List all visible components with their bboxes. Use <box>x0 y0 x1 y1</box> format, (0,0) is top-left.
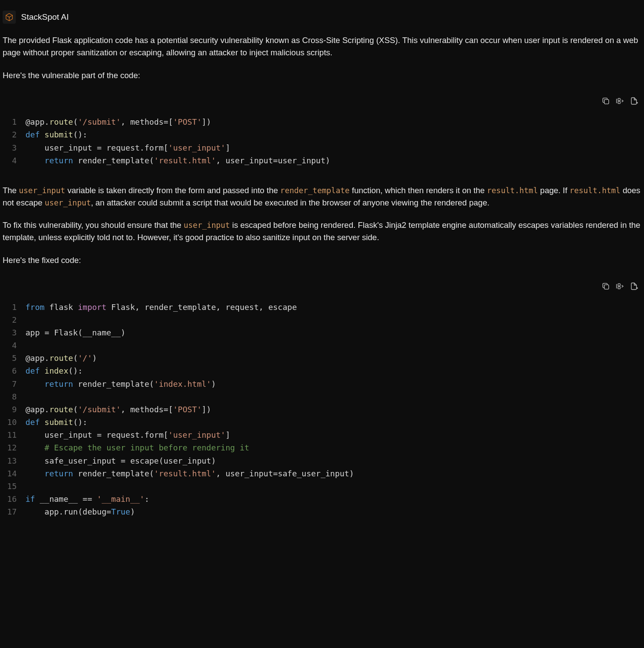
text-fragment: function, which then renders it on the <box>350 186 487 195</box>
insert-icon[interactable] <box>615 281 625 291</box>
paragraph-fixed-label: Here's the fixed code: <box>3 254 641 266</box>
code-line: 1from flask import Flask, render_templat… <box>3 301 641 313</box>
line-number: 12 <box>3 441 25 454</box>
line-content: return render_template('index.html') <box>25 378 216 390</box>
line-number: 7 <box>3 378 25 390</box>
line-content: return render_template('result.html', us… <box>25 467 354 480</box>
code-line: 13 safe_user_input = escape(user_input) <box>3 454 641 467</box>
line-content: @app.route('/submit', methods=['POST']) <box>25 403 211 416</box>
line-content: user_input = request.form['user_input'] <box>25 141 230 154</box>
svg-rect-8 <box>604 284 609 289</box>
line-number: 9 <box>3 403 25 416</box>
line-number: 14 <box>3 467 25 480</box>
code-line: 14 return render_template('result.html',… <box>3 467 641 480</box>
code-line: 4 <box>3 339 641 352</box>
line-content: @app.route('/submit', methods=['POST']) <box>25 115 211 128</box>
line-number: 15 <box>3 480 25 493</box>
paragraph-intro: The provided Flask application code has … <box>3 34 641 59</box>
line-number: 2 <box>3 128 25 141</box>
line-content: from flask import Flask, render_template… <box>25 301 297 313</box>
code-line: 12 # Escape the user input before render… <box>3 441 641 454</box>
svg-rect-10 <box>618 284 620 286</box>
paragraph-vuln-label: Here's the vulnerable part of the code: <box>3 69 641 82</box>
text-fragment: The <box>3 186 19 195</box>
text-fragment: page. If <box>538 186 569 195</box>
paragraph-fix-explain: To fix this vulnerability, you should en… <box>3 219 641 244</box>
inline-code: user_input <box>184 221 230 230</box>
line-number: 13 <box>3 454 25 467</box>
line-content: @app.route('/') <box>25 352 97 364</box>
insert-icon[interactable] <box>615 96 625 106</box>
line-content: # Escape the user input before rendering… <box>25 441 249 454</box>
code-line: 7 return render_template('index.html') <box>3 378 641 390</box>
code-line: 8 <box>3 390 641 403</box>
code-block-vulnerable: 1@app.route('/submit', methods=['POST'])… <box>3 92 641 172</box>
line-number: 3 <box>3 326 25 339</box>
code-line: 2def submit(): <box>3 128 641 141</box>
svg-rect-4 <box>618 98 620 101</box>
code-line: 16if __name__ == '__main__': <box>3 493 641 505</box>
line-number: 8 <box>3 390 25 403</box>
code-line: 5@app.route('/') <box>3 352 641 364</box>
paragraph-explanation-1: The user_input variable is taken directl… <box>3 184 641 209</box>
code-line: 15 <box>3 480 641 493</box>
inline-code: result.html <box>487 186 538 195</box>
inline-code: user_input <box>19 186 65 195</box>
code-line: 1@app.route('/submit', methods=['POST']) <box>3 115 641 128</box>
line-content: if __name__ == '__main__': <box>25 493 149 505</box>
code-line: 11 user_input = request.form['user_input… <box>3 428 641 441</box>
line-number: 1 <box>3 301 25 313</box>
text-fragment: To fix this vulnerability, you should en… <box>3 220 184 230</box>
code-line: 6def index(): <box>3 364 641 377</box>
line-number: 4 <box>3 339 25 352</box>
stackspot-logo-icon <box>3 11 16 24</box>
text-fragment: , an attacker could submit a script that… <box>91 198 489 207</box>
code-line: 3app = Flask(__name__) <box>3 326 641 339</box>
line-number: 5 <box>3 352 25 364</box>
line-content: return render_template('result.html', us… <box>25 154 330 167</box>
code-toolbar <box>3 92 641 114</box>
line-content: def index(): <box>25 364 83 377</box>
text-fragment: variable is taken directly from the form… <box>65 186 280 195</box>
line-number: 11 <box>3 428 25 441</box>
svg-rect-5 <box>618 101 620 104</box>
code-line: 9@app.route('/submit', methods=['POST']) <box>3 403 641 416</box>
line-content: user_input = request.form['user_input'] <box>25 428 230 441</box>
code-line: 10def submit(): <box>3 416 641 428</box>
line-content: app.run(debug=True) <box>25 505 135 518</box>
line-number: 1 <box>3 115 25 128</box>
code-content: 1@app.route('/submit', methods=['POST'])… <box>3 114 641 172</box>
new-file-icon[interactable] <box>629 96 639 106</box>
code-content: 1from flask import Flask, render_templat… <box>3 299 641 524</box>
line-number: 3 <box>3 141 25 154</box>
chat-header: StackSpot AI <box>3 3 641 34</box>
svg-rect-2 <box>604 100 609 104</box>
new-file-icon[interactable] <box>629 281 639 291</box>
code-line: 2 <box>3 313 641 326</box>
code-line: 3 user_input = request.form['user_input'… <box>3 141 641 154</box>
line-number: 6 <box>3 364 25 377</box>
line-number: 4 <box>3 154 25 167</box>
line-content: app = Flask(__name__) <box>25 326 126 339</box>
inline-code: result.html <box>569 186 620 195</box>
line-number: 2 <box>3 313 25 326</box>
line-number: 16 <box>3 493 25 505</box>
inline-code: user_input <box>45 198 91 207</box>
code-toolbar <box>3 277 641 299</box>
code-line: 4 return render_template('result.html', … <box>3 154 641 167</box>
svg-rect-11 <box>618 286 620 288</box>
code-line: 17 app.run(debug=True) <box>3 505 641 518</box>
code-block-fixed: 1from flask import Flask, render_templat… <box>3 277 641 524</box>
app-title: StackSpot AI <box>21 11 69 24</box>
line-number: 10 <box>3 416 25 428</box>
line-content: def submit(): <box>25 416 87 428</box>
line-content: def submit(): <box>25 128 87 141</box>
line-content: safe_user_input = escape(user_input) <box>25 454 216 467</box>
line-number: 17 <box>3 505 25 518</box>
inline-code: render_template <box>280 186 350 195</box>
copy-icon[interactable] <box>601 96 611 106</box>
copy-icon[interactable] <box>601 281 611 291</box>
